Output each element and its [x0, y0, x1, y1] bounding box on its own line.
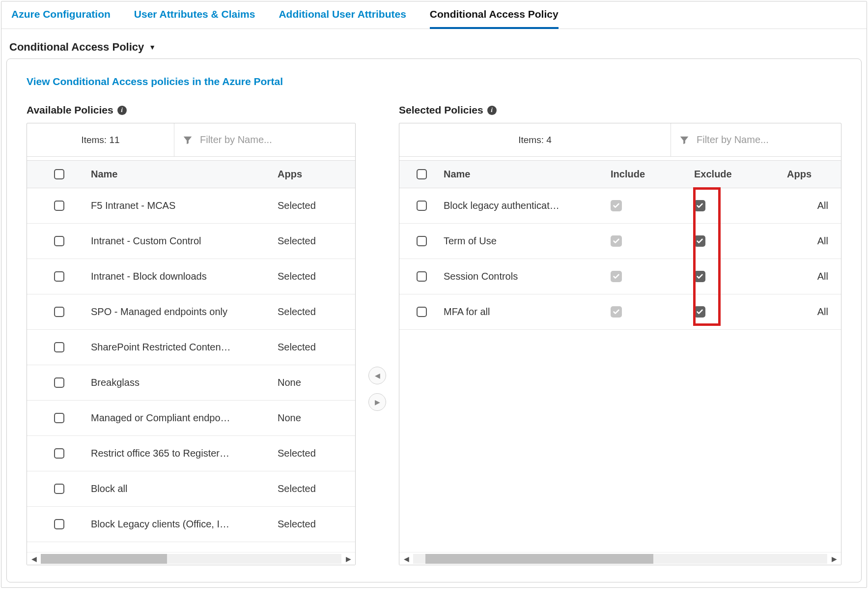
tab-user-attributes-claims[interactable]: User Attributes & Claims: [134, 1, 255, 29]
policy-apps: None: [278, 377, 352, 388]
policy-apps: All: [783, 235, 838, 247]
table-row[interactable]: BreakglassNone: [27, 365, 355, 401]
policy-name: Intranet - Custom Control: [91, 235, 278, 247]
column-header-exclude[interactable]: Exclude: [694, 169, 783, 180]
policy-apps: Selected: [278, 306, 352, 318]
row-checkbox[interactable]: [54, 484, 64, 494]
policy-name: F5 Intranet - MCAS: [91, 200, 278, 211]
policy-apps: Selected: [278, 448, 352, 459]
tabs-bar: Azure Configuration User Attributes & Cl…: [1, 1, 867, 29]
policy-name: SharePoint Restricted Conten…: [91, 342, 278, 353]
selected-items-count: Items: 4: [399, 123, 671, 156]
table-row[interactable]: Block legacy authenticat…All: [399, 188, 841, 224]
policy-apps: Selected: [278, 483, 352, 494]
table-row[interactable]: SharePoint Restricted Conten…Selected: [27, 330, 355, 365]
row-checkbox[interactable]: [54, 377, 64, 388]
selected-policies-panel: Items: 4 Name Include Exclude: [399, 123, 841, 565]
available-items-count: Items: 11: [27, 123, 174, 156]
row-checkbox[interactable]: [54, 342, 64, 352]
info-icon[interactable]: i: [117, 106, 127, 115]
selected-filter-input[interactable]: [697, 134, 833, 145]
available-policies-panel: Items: 11 Name Apps F5 Intrane: [27, 123, 356, 565]
exclude-checkbox[interactable]: [694, 271, 705, 282]
row-checkbox[interactable]: [54, 236, 64, 246]
include-checkbox[interactable]: [611, 235, 622, 247]
table-row[interactable]: Block Legacy clients (Office, I…Selected: [27, 507, 355, 542]
policy-apps: Selected: [278, 342, 352, 353]
policy-apps: All: [783, 306, 838, 318]
caret-down-icon: ▼: [149, 43, 156, 51]
policy-name: Block all: [91, 483, 278, 494]
table-row[interactable]: Intranet - Block downloadsSelected: [27, 259, 355, 294]
available-select-all-checkbox[interactable]: [54, 169, 64, 179]
exclude-checkbox[interactable]: [694, 235, 705, 247]
row-checkbox[interactable]: [417, 307, 427, 317]
row-checkbox[interactable]: [54, 519, 64, 529]
column-header-name[interactable]: Name: [91, 169, 278, 180]
policy-name: MFA for all: [444, 306, 611, 318]
column-header-apps[interactable]: Apps: [278, 169, 343, 180]
available-filter-input[interactable]: [200, 134, 347, 145]
table-row[interactable]: Term of UseAll: [399, 224, 841, 259]
filter-icon: [679, 135, 690, 145]
policy-apps: All: [783, 271, 838, 282]
table-row[interactable]: Session ControlsAll: [399, 259, 841, 294]
policy-apps: None: [278, 412, 352, 424]
filter-icon: [182, 135, 193, 145]
include-checkbox[interactable]: [611, 271, 622, 282]
row-checkbox[interactable]: [417, 271, 427, 282]
table-row[interactable]: Managed or Compliant endpo…None: [27, 401, 355, 436]
include-checkbox[interactable]: [611, 200, 622, 211]
info-icon[interactable]: i: [487, 106, 497, 115]
column-header-include[interactable]: Include: [611, 169, 694, 180]
table-row[interactable]: F5 Intranet - MCASSelected: [27, 188, 355, 224]
table-row[interactable]: SPO - Managed endpoints onlySelected: [27, 294, 355, 330]
move-right-button[interactable]: ▶: [368, 393, 386, 411]
row-checkbox[interactable]: [54, 201, 64, 211]
policy-name: SPO - Managed endpoints only: [91, 306, 278, 318]
row-checkbox[interactable]: [417, 201, 427, 211]
policy-apps: Selected: [278, 235, 352, 247]
policy-name: Term of Use: [444, 235, 611, 247]
available-policies-title: Available Policies i: [27, 104, 356, 116]
tab-additional-user-attributes[interactable]: Additional User Attributes: [279, 1, 406, 29]
column-header-name[interactable]: Name: [444, 169, 611, 180]
column-header-apps[interactable]: Apps: [783, 169, 829, 180]
table-row[interactable]: MFA for allAll: [399, 294, 841, 330]
table-row[interactable]: Restrict office 365 to Register…Selected: [27, 436, 355, 471]
policy-name: Breakglass: [91, 377, 278, 388]
row-checkbox[interactable]: [417, 236, 427, 246]
row-checkbox[interactable]: [54, 413, 64, 423]
section-title-text: Conditional Access Policy: [9, 41, 144, 54]
row-checkbox[interactable]: [54, 307, 64, 317]
policy-name: Session Controls: [444, 271, 611, 282]
selected-horizontal-scrollbar[interactable]: ◀ ▶: [399, 552, 841, 565]
table-row[interactable]: Intranet - Custom ControlSelected: [27, 224, 355, 259]
policy-apps: All: [783, 200, 838, 211]
move-left-button[interactable]: ◀: [368, 367, 386, 384]
row-checkbox[interactable]: [54, 448, 64, 459]
selected-policies-title: Selected Policies i: [399, 104, 841, 116]
exclude-checkbox[interactable]: [694, 200, 705, 211]
policy-apps: Selected: [278, 271, 352, 282]
section-title-dropdown[interactable]: Conditional Access Policy ▼: [1, 29, 867, 58]
policy-name: Block Legacy clients (Office, I…: [91, 519, 278, 530]
policy-apps: Selected: [278, 519, 352, 530]
policy-name: Block legacy authenticat…: [444, 200, 611, 211]
selected-select-all-checkbox[interactable]: [417, 169, 427, 179]
table-row[interactable]: Block allSelected: [27, 471, 355, 507]
policy-apps: Selected: [278, 200, 352, 211]
policy-name: Managed or Compliant endpo…: [91, 412, 278, 424]
policy-name: Restrict office 365 to Register…: [91, 448, 278, 459]
main-panel: View Conditional Access policies in the …: [6, 58, 862, 582]
tab-conditional-access-policy[interactable]: Conditional Access Policy: [430, 1, 559, 29]
view-in-azure-portal-link[interactable]: View Conditional Access policies in the …: [27, 76, 283, 87]
exclude-checkbox[interactable]: [694, 306, 705, 318]
include-checkbox[interactable]: [611, 306, 622, 318]
policy-name: Intranet - Block downloads: [91, 271, 278, 282]
available-horizontal-scrollbar[interactable]: ◀ ▶: [27, 552, 355, 565]
tab-azure-configuration[interactable]: Azure Configuration: [11, 1, 111, 29]
row-checkbox[interactable]: [54, 271, 64, 282]
